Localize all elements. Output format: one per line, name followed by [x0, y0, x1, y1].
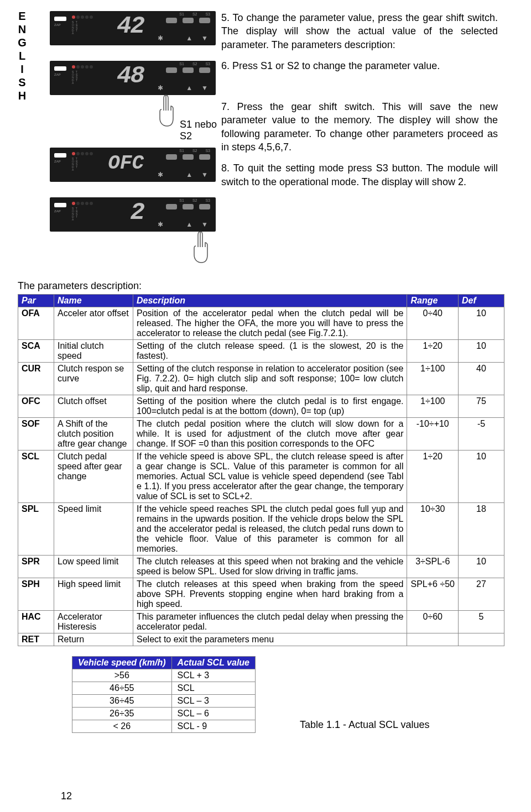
- cell-def: 27: [459, 578, 504, 611]
- cell-par: SCL: [18, 450, 54, 503]
- cell-desc: The clutch pedal position where the clut…: [133, 418, 407, 450]
- s1-s2-label: S1 nebo S2: [180, 119, 221, 142]
- cell-scl: SCL – 6: [171, 708, 255, 720]
- cell-range: 3÷SPL-6: [407, 556, 459, 578]
- page-number: 12: [61, 790, 72, 802]
- cell-def: 40: [459, 363, 504, 395]
- arrow-icons: ▲▼: [186, 34, 208, 42]
- cell-par: SCA: [18, 340, 54, 363]
- led-row: [72, 202, 93, 205]
- cell-desc: Setting of the position where the clutch…: [133, 395, 407, 418]
- table-row: SCAInitial clutch speedSetting of the cl…: [18, 340, 504, 363]
- cell-par: SPL: [18, 503, 54, 556]
- cell-def: -5: [459, 418, 504, 450]
- cell-par: SOF: [18, 418, 54, 450]
- cell-scl: SCL – 3: [171, 695, 255, 708]
- display-digits-1: 42: [94, 12, 144, 43]
- arrow-icons: ▲▼: [186, 171, 208, 179]
- top-area: ZAP S TO EN SD TA 42 S1S2S3 ✱ ▲▼ ZAP S T…: [11, 11, 498, 268]
- led-labels: S TO EN SD TA: [72, 71, 79, 85]
- cell-par: SPR: [18, 556, 54, 578]
- cell-scl: SCL - 9: [171, 720, 255, 733]
- cell-desc: Setting of the clutch release speed. (1 …: [133, 340, 407, 363]
- zap-label: ZAP: [54, 160, 61, 163]
- cell-speed: 26÷35: [72, 708, 172, 720]
- cell-par: HAC: [18, 611, 54, 633]
- device-panel-3: ZAP S TO EN SD TA OFC S1S2S3 ✱ ▲▼: [50, 148, 216, 182]
- cell-range: 1÷20: [407, 450, 459, 503]
- table-row: SCLClutch pedal speed after gear changeI…: [18, 450, 504, 503]
- scl-table: Vehicle speed (km/h) Actual SCL value >5…: [72, 656, 256, 733]
- led-labels: S TO EN SD TA: [72, 21, 79, 35]
- cell-name: Speed limit: [54, 503, 133, 556]
- s-buttons: [166, 18, 210, 23]
- cell-desc: Select to exit the parameters menu: [133, 633, 407, 646]
- table-row: SPRLow speed limitThe clutch releases at…: [18, 556, 504, 578]
- cell-def: 5: [459, 611, 504, 633]
- cell-range: SPL+6 ÷50: [407, 578, 459, 611]
- cell-name: Initial clutch speed: [54, 340, 133, 363]
- zap-label: ZAP: [54, 23, 61, 27]
- cell-desc: Setting of the clutch response in relati…: [133, 363, 407, 395]
- cell-name: Low speed limit: [54, 556, 133, 578]
- col-name: Name: [54, 295, 133, 307]
- cell-par: OFA: [18, 307, 54, 340]
- cell-par: CUR: [18, 363, 54, 395]
- cell-name: A Shift of the clutch position aftre gea…: [54, 418, 133, 450]
- table-row: < 26SCL - 9: [72, 720, 256, 733]
- cell-name: Acceler ator offset: [54, 307, 133, 340]
- led-row: [72, 15, 93, 19]
- col-desc: Description: [133, 295, 407, 307]
- display-digits-3: OFC: [94, 152, 144, 183]
- step-8: 8. To quit the setting mode press S3 but…: [221, 161, 498, 188]
- arrow-icons: ▲▼: [186, 84, 208, 92]
- col-def: Def: [459, 295, 504, 307]
- col-par: Par: [18, 295, 54, 307]
- zap-label: ZAP: [54, 209, 61, 213]
- cell-desc: This parameter influences the clutch ped…: [133, 611, 407, 633]
- table-1-1-caption: Table 1.1 - Actual SCL values: [300, 719, 429, 731]
- led-row: [72, 152, 93, 155]
- s-buttons: [166, 67, 210, 73]
- table-row: CURClutch respon se curveSetting of the …: [18, 363, 504, 395]
- table-row: 26÷35SCL – 6: [72, 708, 256, 720]
- cell-desc: The clutch releases at this speed when n…: [133, 556, 407, 578]
- table-row: HACAccelerator HisteresisThis parameter …: [18, 611, 504, 633]
- star-icon: ✱: [158, 171, 163, 179]
- device-panel-4: ZAP S TO EN SD TA 2 S1S2S3 ✱ ▲▼: [50, 197, 216, 232]
- cell-name: Clutch pedal speed after gear change: [54, 450, 133, 503]
- cell-range: [407, 633, 459, 646]
- cell-def: 18: [459, 503, 504, 556]
- instructions-column: 5. To change the parameter value, press …: [221, 11, 498, 268]
- cell-name: Return: [54, 633, 133, 646]
- step-7: 7. Press the gear shift switch. This wil…: [221, 100, 498, 154]
- step-6: 6. Press S1 or S2 to change the paramete…: [221, 59, 498, 72]
- table-row: OFCClutch offsetSetting of the position …: [18, 395, 504, 418]
- cell-range: 1÷100: [407, 395, 459, 418]
- zap-switch-icon: [54, 66, 66, 71]
- led-labels: S TO EN SD TA: [72, 158, 79, 171]
- bottom-area: Vehicle speed (km/h) Actual SCL value >5…: [72, 656, 498, 733]
- cell-par: RET: [18, 633, 54, 646]
- parameters-table: Par Name Description Range Def OFAAccele…: [18, 294, 504, 646]
- cell-name: High speed limit: [54, 578, 133, 611]
- step-5: 5. To change the parameter value, press …: [221, 11, 498, 51]
- button-labels: S1S2S3: [179, 12, 210, 16]
- col-scl: Actual SCL value: [171, 657, 255, 669]
- table-row: SPLSpeed limitIf the vehicle speed reach…: [18, 503, 504, 556]
- params-caption: The parameters description:: [18, 280, 498, 292]
- display-digits-2: 48: [94, 62, 144, 93]
- table-row: SOFA Shift of the clutch position aftre …: [18, 418, 504, 450]
- table-row: OFAAcceler ator offsetPosition of the ac…: [18, 307, 504, 340]
- cell-desc: If the vehicle speed is above SPL, the c…: [133, 450, 407, 503]
- cell-par: SPH: [18, 578, 54, 611]
- cell-name: Clutch offset: [54, 395, 133, 418]
- cell-desc: If the vehicle speed reaches SPL the clu…: [133, 503, 407, 556]
- device-panel-1: ZAP S TO EN SD TA 42 S1S2S3 ✱ ▲▼: [50, 11, 216, 45]
- cell-par: OFC: [18, 395, 54, 418]
- cell-desc: Position of the accelerator pedal when t…: [133, 307, 407, 340]
- table-header-row: Par Name Description Range Def: [18, 295, 504, 307]
- s-buttons: [166, 154, 210, 160]
- table-header-row: Vehicle speed (km/h) Actual SCL value: [72, 657, 256, 669]
- zap-switch-icon: [54, 203, 66, 207]
